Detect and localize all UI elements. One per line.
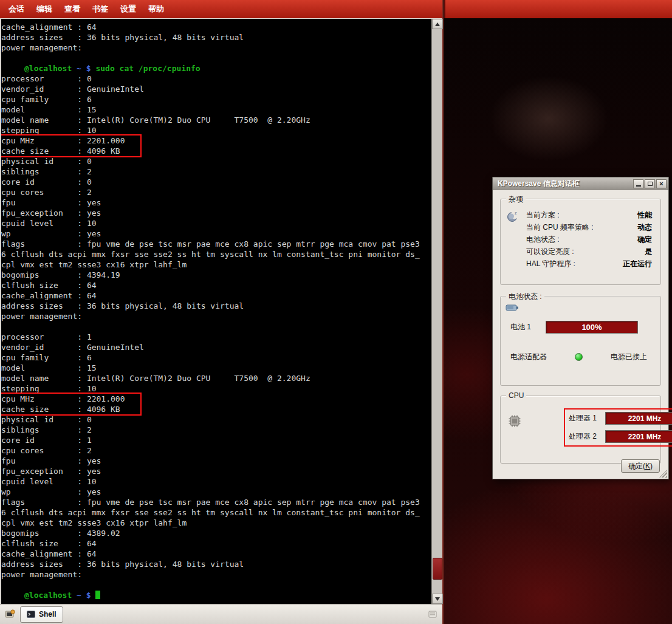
terminal-line: core id : 0	[1, 177, 431, 187]
terminal-scrollbar[interactable]	[431, 19, 442, 604]
terminal-line: fpu : yes	[1, 197, 431, 208]
info-value: 确定	[637, 233, 652, 245]
terminal-line: model : 15	[1, 105, 431, 115]
terminal-line: power management:	[1, 43, 431, 53]
redacted-username	[1, 590, 24, 598]
prompt-command: sudo cat /proc/cpuinfo	[95, 64, 200, 73]
terminal-line: wp : yes	[1, 228, 431, 239]
info-label: 当前方案 :	[526, 209, 560, 221]
ok-button[interactable]: 确定(K)	[621, 459, 660, 473]
group-misc: 杂项 z 当前方案 :性能当前 CPU 频率策略 :动态电池状态 :确定可以设定…	[500, 199, 661, 285]
scrollbar-thumb[interactable]	[433, 558, 442, 580]
resize-grip[interactable]	[659, 470, 667, 478]
terminal-line: cpu cores : 2	[1, 445, 431, 456]
terminal-line: siblings : 2	[1, 425, 431, 435]
terminal-line: cache_alignment : 64	[1, 549, 431, 559]
battery-level-text: 100%	[581, 323, 602, 332]
terminal-line: 6 clflush dts acpi mmx fxsr sse sse2 ss …	[1, 507, 431, 518]
terminal-line: address sizes : 36 bits physical, 48 bit…	[1, 32, 431, 43]
prompt-host: @localhost	[24, 591, 72, 600]
adapter-row: 电源适配器 电源已接上	[510, 352, 647, 362]
annotation-highlight-box: cpu MHz : 2201.000cache size : 4096 KB	[1, 135, 140, 156]
battery-name: 电池 1	[510, 322, 543, 332]
maximize-button[interactable]	[645, 179, 655, 188]
cpu-frequency-bar: 2201 MHz	[605, 430, 672, 443]
annotation-highlight-box: cpu MHz : 2201.000cache size : 4096 KB	[1, 394, 140, 414]
terminal-line: bogomips : 4389.02	[1, 528, 431, 538]
adapter-status: 电源已接上	[611, 352, 647, 362]
menu-item-4[interactable]: 书签	[86, 0, 114, 18]
terminal-line: cache size : 4096 KB	[1, 146, 140, 156]
maximize-icon	[648, 182, 653, 186]
terminal-line: model : 15	[1, 363, 431, 373]
cpu-row: 处理器 12201 MHz	[569, 412, 672, 425]
terminal-line: cache_alignment : 64	[1, 290, 431, 301]
terminal-line: core id : 1	[1, 435, 431, 445]
terminal-line	[1, 321, 431, 332]
tab-shell[interactable]: Shell	[20, 606, 63, 623]
terminal-window: 会话编辑查看书签设置帮助 cache_alignment : 64address…	[0, 0, 444, 624]
session-list-button[interactable]	[425, 607, 440, 622]
group-cpu: CPU 处理器 12201 MHz处理器 22201 MHz	[500, 396, 661, 464]
terminal-line: power management:	[1, 311, 431, 321]
terminal-line	[1, 580, 431, 590]
tab-bar: Shell	[0, 604, 442, 624]
menu-item-5[interactable]: 设置	[114, 0, 142, 18]
menu-item-3[interactable]: 查看	[58, 0, 86, 18]
close-button[interactable]: ×	[656, 179, 667, 188]
terminal-line: physical id : 0	[1, 414, 431, 425]
terminal-line: vendor_id : GenuineIntel	[1, 84, 431, 94]
scroll-up-button[interactable]	[432, 19, 443, 29]
terminal-line: physical id : 0	[1, 156, 431, 166]
info-label: 电池状态 :	[526, 233, 560, 245]
terminal-line: cpuid level : 10	[1, 476, 431, 487]
terminal-line: processor : 1	[1, 332, 431, 342]
new-session-button[interactable]	[2, 607, 17, 622]
terminal-line: cpu family : 6	[1, 352, 431, 363]
terminal-line: fpu_exception : yes	[1, 466, 431, 476]
ok-label-end: )	[650, 462, 653, 470]
redacted-username	[1, 63, 24, 71]
dialog-titlebar[interactable]: KPowersave 信息对话框 ×	[493, 177, 668, 190]
terminal-line: cache size : 4096 KB	[1, 404, 140, 414]
adapter-label: 电源适配器	[510, 352, 547, 362]
dialog-title: KPowersave 信息对话框	[495, 179, 632, 189]
info-row: 可以设定亮度 :是	[526, 245, 652, 258]
minimize-icon	[636, 185, 641, 187]
terminal-line: cpl vmx est tm2 ssse3 cx16 xtpr lahf_lm	[1, 518, 431, 528]
scroll-down-button[interactable]	[432, 594, 443, 604]
terminal-line: fpu_exception : yes	[1, 208, 431, 218]
cpu-frequency-highlight-box: 处理器 12201 MHz处理器 22201 MHz	[565, 410, 672, 445]
terminal-line: siblings : 2	[1, 166, 431, 177]
terminal-line: wp : yes	[1, 487, 431, 497]
terminal-line: stepping : 10	[1, 125, 431, 135]
terminal-line: stepping : 10	[1, 383, 431, 394]
terminal-prompt-line: @localhost ~ $ sudo cat /proc/cpuinfo	[1, 63, 431, 74]
minimize-button[interactable]	[633, 179, 643, 188]
terminal-line: 6 clflush dts acpi mmx fxsr sse sse2 ss …	[1, 249, 431, 259]
info-label: HAL 守护程序 :	[526, 258, 575, 270]
info-value: 正在运行	[623, 258, 652, 270]
arrow-up-icon	[435, 22, 440, 26]
menu-item-6[interactable]: 帮助	[142, 0, 170, 18]
svg-text:z: z	[515, 211, 517, 215]
terminal-screen[interactable]: cache_alignment : 64address sizes : 36 b…	[1, 19, 431, 604]
terminal-line: address sizes : 36 bits physical, 48 bit…	[1, 559, 431, 569]
terminal-line: power management:	[1, 569, 431, 580]
info-row: 当前方案 :性能	[526, 209, 652, 221]
ok-accel: K	[645, 462, 650, 470]
info-value: 是	[645, 245, 652, 258]
prompt-symbol: ~ $	[72, 64, 95, 73]
terminal-line: vendor_id : GenuineIntel	[1, 342, 431, 352]
battery-row: 电池 1 100%	[510, 321, 653, 334]
menu-item-2[interactable]: 编辑	[30, 0, 58, 18]
menu-item-1[interactable]: 会话	[2, 0, 30, 18]
group-misc-title: 杂项	[506, 194, 526, 205]
tab-label: Shell	[39, 610, 57, 619]
session-list-icon	[428, 609, 437, 619]
terminal-prompt-line: @localhost ~ $	[1, 590, 431, 600]
info-label: 可以设定亮度 :	[526, 245, 574, 258]
terminal-line: cpu family : 6	[1, 94, 431, 105]
processor-label: 处理器 1	[569, 413, 602, 423]
terminal-line: bogomips : 4394.19	[1, 270, 431, 280]
